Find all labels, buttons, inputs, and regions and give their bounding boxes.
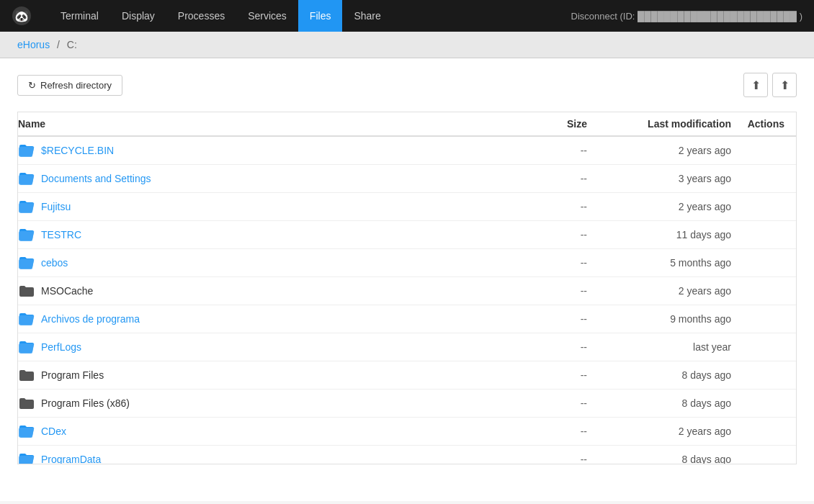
nav-links: Terminal Display Processes Services File… [49,0,571,32]
file-actions [738,193,796,221]
breadcrumb: eHorus / C: [0,32,814,58]
disconnect-button[interactable]: Disconnect (ID: ████████████████████████… [571,11,802,22]
refresh-label: Refresh directory [40,80,112,91]
folder-closed-icon [18,396,35,410]
file-modified: 9 months ago [594,305,738,333]
folder-closed-icon [18,284,35,298]
file-size: -- [508,221,594,249]
folder-open-icon [18,171,35,186]
file-modified: 2 years ago [594,193,738,221]
file-actions [738,221,796,249]
file-name-cell: PerfLogs [18,340,501,354]
table-row: MSOCache--2 years ago [18,277,796,305]
breadcrumb-current: C: [67,39,77,50]
file-actions [738,277,796,305]
file-name[interactable]: Archivos de programa [41,313,140,325]
file-size: -- [508,249,594,277]
file-table-wrapper: Name Size Last modification Actions $REC… [17,112,797,464]
svg-text:🐼: 🐼 [14,9,29,23]
file-size: -- [508,446,594,465]
file-size: -- [508,418,594,446]
file-name[interactable]: ProgramData [41,454,101,464]
file-name-cell: MSOCache [18,284,501,298]
table-row: Program Files--8 days ago [18,361,796,390]
nav-files[interactable]: Files [298,0,343,32]
file-name-cell: CDex [18,424,501,438]
file-name: MSOCache [41,285,93,297]
nav-processes[interactable]: Processes [166,0,236,32]
table-row: Program Files (x86)--8 days ago [18,390,796,418]
file-size: -- [508,136,594,165]
file-size: -- [508,305,594,333]
file-name[interactable]: cebos [41,257,68,269]
file-actions [738,390,796,418]
file-name[interactable]: PerfLogs [41,341,81,353]
brand: 🐼 [12,6,32,26]
folder-open-icon [18,199,35,214]
nav-terminal[interactable]: Terminal [49,0,110,32]
file-size: -- [508,165,594,193]
file-size: -- [508,333,594,361]
file-actions [738,249,796,277]
folder-open-icon [18,228,35,242]
nav-display[interactable]: Display [110,0,166,32]
table-row: Fujitsu--2 years ago [18,193,796,221]
file-modified: 3 years ago [594,165,738,193]
file-name: Program Files [41,369,104,381]
file-actions [738,333,796,361]
table-row: CDex--2 years ago [18,418,796,446]
col-header-name: Name [18,112,508,136]
file-name[interactable]: TESTRC [41,229,81,240]
folder-open-icon [18,312,35,326]
file-name-cell: Fujitsu [18,199,501,214]
table-row: PerfLogs--last year [18,333,796,361]
file-actions [738,361,796,390]
file-name[interactable]: CDex [41,426,66,437]
toolbar-right: ⬆ ⬆ [743,73,797,97]
file-name: Program Files (x86) [41,397,130,409]
upload2-icon: ⬆ [780,78,790,92]
file-actions [738,446,796,465]
file-name[interactable]: Fujitsu [41,201,71,212]
table-row: cebos--5 months ago [18,249,796,277]
file-modified: 2 years ago [594,418,738,446]
file-name[interactable]: $RECYCLE.BIN [41,145,114,156]
file-name[interactable]: Documents and Settings [41,173,151,184]
upload-icon: ⬆ [751,78,761,92]
panda-logo-icon: 🐼 [12,6,32,26]
col-header-size: Size [508,112,594,136]
file-modified: 5 months ago [594,249,738,277]
toolbar: ↻ Refresh directory ⬆ ⬆ [17,73,797,97]
table-row: ProgramData--8 days ago [18,446,796,465]
main-content: ↻ Refresh directory ⬆ ⬆ Name Size Last m… [0,58,814,501]
file-name-cell: cebos [18,256,501,270]
file-name-cell: Documents and Settings [18,171,501,186]
nav-share[interactable]: Share [342,0,392,32]
refresh-icon: ↻ [28,80,36,91]
file-modified: 8 days ago [594,361,738,390]
folder-open-icon [18,452,35,464]
nav-services[interactable]: Services [236,0,298,32]
upload-button[interactable]: ⬆ [743,73,768,97]
file-table: Name Size Last modification Actions $REC… [18,112,796,464]
table-header-row: Name Size Last modification Actions [18,112,796,136]
breadcrumb-home[interactable]: eHorus [17,39,50,50]
col-header-modification: Last modification [594,112,738,136]
file-modified: 2 years ago [594,277,738,305]
file-size: -- [508,193,594,221]
file-actions [738,418,796,446]
file-modified: 2 years ago [594,136,738,165]
folder-open-icon [18,143,35,158]
table-row: Archivos de programa--9 months ago [18,305,796,333]
upload2-button[interactable]: ⬆ [772,73,797,97]
file-actions [738,136,796,165]
file-size: -- [508,361,594,390]
refresh-button[interactable]: ↻ Refresh directory [17,75,122,96]
folder-open-icon [18,256,35,270]
file-modified: 11 days ago [594,221,738,249]
file-actions [738,305,796,333]
file-size: -- [508,277,594,305]
folder-open-icon [18,424,35,438]
folder-closed-icon [18,368,35,382]
breadcrumb-separator: / [57,39,60,50]
